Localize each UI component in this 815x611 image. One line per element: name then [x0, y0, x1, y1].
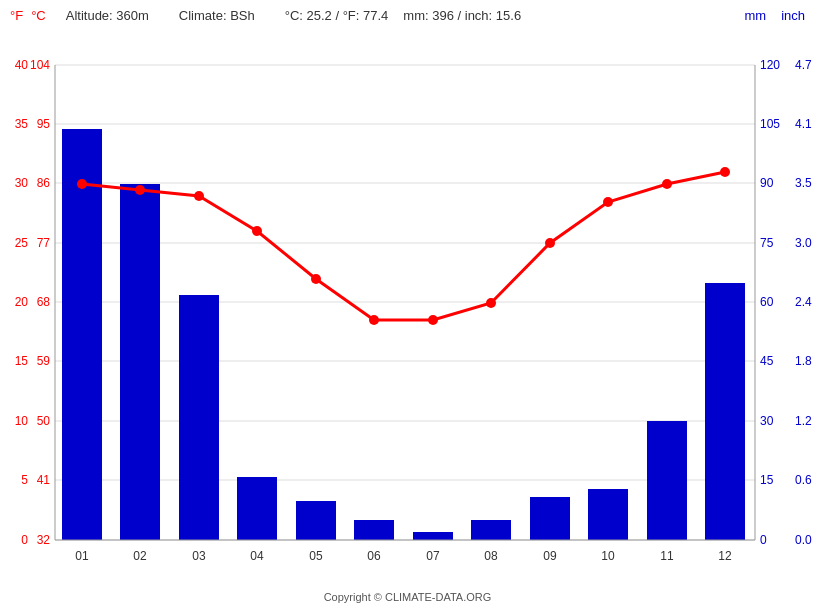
svg-text:0: 0 — [760, 533, 767, 547]
svg-text:0.0: 0.0 — [795, 533, 812, 547]
svg-text:5: 5 — [21, 473, 28, 487]
svg-text:20: 20 — [15, 295, 29, 309]
svg-text:90: 90 — [760, 176, 774, 190]
temp-dot-may — [311, 274, 321, 284]
temp-dot-mar — [194, 191, 204, 201]
bar-aug — [471, 520, 511, 540]
bar-jul — [413, 532, 453, 540]
month-label-jun: 06 — [367, 549, 381, 563]
temp-dot-sep — [545, 238, 555, 248]
temperature-line — [82, 172, 725, 320]
month-label-feb: 02 — [133, 549, 147, 563]
chart-container: °F °C Altitude: 360m Climate: BSh °C: 25… — [0, 0, 815, 611]
svg-text:1.8: 1.8 — [795, 354, 812, 368]
svg-text:40: 40 — [15, 58, 29, 72]
svg-text:3.5: 3.5 — [795, 176, 812, 190]
svg-text:77: 77 — [37, 236, 51, 250]
svg-text:104: 104 — [30, 58, 50, 72]
month-label-mar: 03 — [192, 549, 206, 563]
svg-text:75: 75 — [760, 236, 774, 250]
month-label-nov: 11 — [660, 549, 674, 563]
svg-text:35: 35 — [15, 117, 29, 131]
svg-text:25: 25 — [15, 236, 29, 250]
temp-dot-apr — [252, 226, 262, 236]
svg-text:0.6: 0.6 — [795, 473, 812, 487]
svg-text:15: 15 — [15, 354, 29, 368]
svg-text:45: 45 — [760, 354, 774, 368]
month-label-apr: 04 — [250, 549, 264, 563]
bar-feb — [120, 184, 160, 540]
month-label-jan: 01 — [75, 549, 89, 563]
svg-text:86: 86 — [37, 176, 51, 190]
temp-dot-oct — [603, 197, 613, 207]
temp-dot-feb — [135, 185, 145, 195]
temp-dot-dec — [720, 167, 730, 177]
month-label-oct: 10 — [601, 549, 615, 563]
temp-dot-jun — [369, 315, 379, 325]
month-label-dec: 12 — [718, 549, 732, 563]
chart-svg: 104 95 86 77 68 59 50 41 32 40 35 30 25 … — [0, 0, 815, 611]
temp-dot-jan — [77, 179, 87, 189]
svg-text:60: 60 — [760, 295, 774, 309]
temp-dot-aug — [486, 298, 496, 308]
month-label-jul: 07 — [426, 549, 440, 563]
svg-text:120: 120 — [760, 58, 780, 72]
svg-text:15: 15 — [760, 473, 774, 487]
bar-dec — [705, 283, 745, 540]
month-label-aug: 08 — [484, 549, 498, 563]
bar-jan — [62, 129, 102, 540]
svg-text:30: 30 — [15, 176, 29, 190]
svg-text:1.2: 1.2 — [795, 414, 812, 428]
svg-text:68: 68 — [37, 295, 51, 309]
svg-text:4.1: 4.1 — [795, 117, 812, 131]
month-label-may: 05 — [309, 549, 323, 563]
bar-oct — [588, 489, 628, 540]
temp-dot-jul — [428, 315, 438, 325]
bar-mar — [179, 295, 219, 540]
svg-text:4.7: 4.7 — [795, 58, 812, 72]
bar-may — [296, 501, 336, 540]
svg-text:59: 59 — [37, 354, 51, 368]
svg-text:41: 41 — [37, 473, 51, 487]
bar-apr — [237, 477, 277, 540]
copyright: Copyright © CLIMATE-DATA.ORG — [324, 591, 492, 603]
svg-text:0: 0 — [21, 533, 28, 547]
svg-text:30: 30 — [760, 414, 774, 428]
temp-dot-nov — [662, 179, 672, 189]
svg-text:50: 50 — [37, 414, 51, 428]
svg-text:95: 95 — [37, 117, 51, 131]
month-label-sep: 09 — [543, 549, 557, 563]
svg-text:32: 32 — [37, 533, 51, 547]
svg-text:10: 10 — [15, 414, 29, 428]
bar-nov — [647, 421, 687, 540]
svg-text:2.4: 2.4 — [795, 295, 812, 309]
bar-sep — [530, 497, 570, 540]
svg-text:3.0: 3.0 — [795, 236, 812, 250]
svg-text:105: 105 — [760, 117, 780, 131]
bar-jun — [354, 520, 394, 540]
